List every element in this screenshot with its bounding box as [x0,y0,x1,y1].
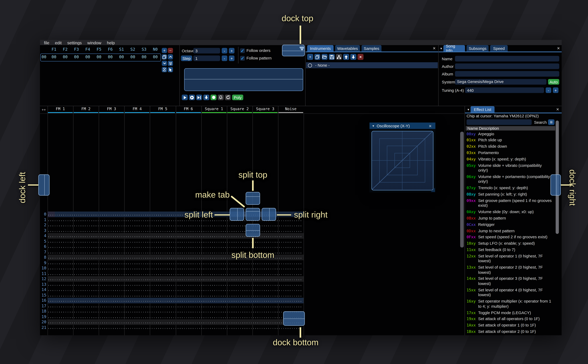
channel-header-fm-3[interactable]: FM 3 [99,106,124,113]
pattern-row-12[interactable]: 12 [40,276,464,282]
instrument-add-button[interactable]: + [307,54,313,60]
channel-header-fm-6[interactable]: FM 6 [176,106,201,113]
effect-row-0Bxx[interactable]: 0BxxJump to pattern [465,215,559,221]
song-author-input[interactable] [455,64,559,69]
collapse-icon[interactable]: ▼ [372,124,375,127]
effect-row-0Dxx[interactable]: 0DxxJump to next pattern [465,228,559,234]
system-auto-button[interactable]: Auto [548,79,559,84]
channel-header-fm-4[interactable]: FM 4 [124,106,150,113]
oscilloscope-titlebar[interactable]: ▼ Oscilloscope (X-Y) × [370,123,436,129]
step-row-button[interactable] [203,95,209,100]
split-target-right[interactable] [262,208,276,221]
effect-row-1Cxx[interactable]: 1CxxSet attack of operator 3 (0 to 1F) [465,335,559,335]
collapse-icon[interactable]: ▼ [440,47,443,50]
effect-row-16xy[interactable]: 16xySet operator multiplier (x: operator… [465,299,559,310]
pattern-row-18[interactable]: 18 [40,309,464,314]
song-album-input[interactable] [455,71,559,77]
menu-file[interactable]: file [44,40,49,45]
pattern-row-15[interactable]: 15 [40,292,464,298]
dock-target-right[interactable] [550,175,561,195]
menu-window[interactable]: window [87,40,101,45]
effect-row-0Fxx[interactable]: 0FxxSet speed (speed 2 if no grooves exi… [465,234,559,240]
order-value[interactable]: 00 [139,55,150,59]
effect-row-00xy[interactable]: 00xyArpeggio [465,131,559,137]
order-value[interactable]: 00 [105,55,116,59]
pattern-row-10[interactable]: 10 [40,265,464,271]
instrument-open-button[interactable] [322,54,328,60]
split-target-left[interactable] [230,208,244,221]
pattern-vertical-scrollbar[interactable] [460,132,464,247]
tuning-increase-button[interactable]: + [553,87,558,93]
channel-header-noise[interactable]: Noise [278,106,304,113]
dock-target-bottom[interactable] [283,311,305,326]
poly-button[interactable]: Poly [232,95,243,100]
effect-row-05xy[interactable]: 05xyVolume slide + vibrato (compatibilit… [465,162,559,174]
instrument-move-down-button[interactable] [350,54,356,60]
instrument-delete-button[interactable]: × [357,54,363,60]
tab-wavetables[interactable]: Wavetables [335,45,360,52]
pattern-row-11[interactable]: 11 [40,271,464,276]
order-duplicate-button[interactable] [162,54,167,59]
tab-effect-list[interactable]: Effect List [470,106,495,113]
effect-row-1Axx[interactable]: 1AxxSet attack of operator 1 (0 to 1F) [465,322,559,329]
dock-target-left[interactable] [38,175,50,195]
system-select[interactable]: Sega Genesis/Mega Drive [455,79,547,84]
pattern-expand-button[interactable]: ++ [40,106,47,113]
split-target-bottom[interactable] [246,224,260,237]
pattern-row-9[interactable]: 9 [40,260,464,266]
step-decrease-button[interactable]: - [222,55,227,61]
play-from-beginning-button[interactable] [189,95,195,100]
resize-grip[interactable] [431,188,435,192]
channel-header-square-1[interactable]: Square 1 [201,106,227,113]
pattern-row-17[interactable]: 17 [40,303,464,309]
play-button[interactable] [182,95,188,100]
effect-row-0Axy[interactable]: 0AxyVolume slide (0y: down; x0: up) [465,209,559,215]
effect-row-04xy[interactable]: 04xyVibrato (x: speed; y: depth) [465,156,559,162]
channel-header-fm-1[interactable]: FM 1 [47,106,73,113]
order-value[interactable]: 00 [60,55,71,59]
effect-row-10xy[interactable]: 10xySetup LFO (x: enable; y: speed) [465,240,559,247]
menu-help[interactable]: help [107,40,115,45]
order-value[interactable]: 00 [71,55,82,59]
octave-input[interactable] [193,48,220,53]
effect-row-19xx[interactable]: 19xxSet attack of all operators (0 to 1F… [465,316,559,322]
step-input[interactable] [193,55,220,61]
channel-header-fm-5[interactable]: FM 5 [150,106,176,113]
collapse-icon[interactable]: ▼ [467,108,470,111]
order-edit-mode-button[interactable] [168,67,173,72]
effect-row-06xy[interactable]: 06xyVolume slide + portamento (compatibi… [465,174,559,185]
order-move-up-button[interactable] [168,54,173,59]
instrument-list-item[interactable]: - None - [306,62,438,68]
effect-row-02xx[interactable]: 02xxPitch slide down [465,143,559,150]
order-remove-button[interactable]: − [168,48,173,53]
effect-row-03xx[interactable]: 03xxPortamento [465,150,559,156]
follow-pattern-checkbox[interactable]: ✓ [240,56,245,61]
instrument-move-up-button[interactable] [343,54,349,60]
tuning-decrease-button[interactable]: - [546,87,551,93]
make-tab-target[interactable] [246,208,260,221]
channel-header-square-2[interactable]: Square 2 [227,106,252,113]
effect-row-1Bxx[interactable]: 1BxxSet attack of operator 2 (0 to 1F) [465,329,559,335]
pattern-row-14[interactable]: 14 [40,287,464,292]
menu-edit[interactable]: edit [55,40,62,45]
effect-row-17xx[interactable]: 17xxToggle PCM mode (LEGACY) [465,310,559,316]
order-value[interactable]: 00 [93,55,105,59]
effect-row-01xx[interactable]: 01xxPitch slide up [465,137,559,143]
channel-header-square-3[interactable]: Square 3 [252,106,278,113]
effect-row-14xx[interactable]: 14xxSet level of operator 3 (0 highest, … [465,276,559,287]
instrument-folder-tree-button[interactable] [336,54,342,60]
octave-decrease-button[interactable]: - [222,48,227,53]
step-label[interactable]: Step [181,55,192,61]
tab-song-info[interactable]: Song Info [443,45,465,52]
pattern-row-21[interactable]: 21 [40,325,464,330]
record-button[interactable] [211,95,217,100]
effect-row-15xx[interactable]: 15xxSet level of operator 4 (0 highest, … [465,287,559,299]
tab-instruments[interactable]: Instruments [307,45,334,52]
order-value[interactable]: 00 [82,55,93,59]
instrument-duplicate-button[interactable] [314,54,320,60]
pattern-row-20[interactable]: 20 [40,319,464,325]
effect-row-08xy[interactable]: 08xySet panning (x: left; y: right) [465,191,559,198]
close-icon[interactable]: × [432,46,437,51]
order-value[interactable]: 00 [127,55,138,59]
tuning-input[interactable] [465,87,544,93]
